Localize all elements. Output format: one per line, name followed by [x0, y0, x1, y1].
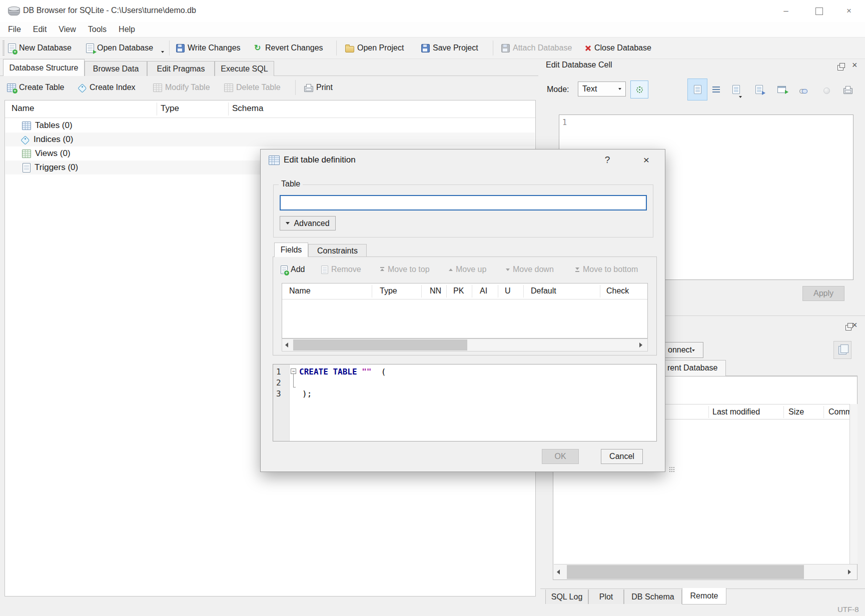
delete-table-button[interactable]: Delete Table	[224, 77, 281, 98]
column-separator[interactable]	[157, 102, 157, 116]
column-separator[interactable]	[421, 285, 422, 298]
auto-detect-format-button[interactable]	[630, 80, 648, 98]
tab-browse-data[interactable]: Browse Data	[85, 61, 147, 76]
remote-panel-close-icon[interactable]: ×	[852, 320, 857, 330]
column-check[interactable]: Check	[606, 286, 629, 296]
text-mode-button[interactable]	[687, 78, 707, 100]
advanced-toggle-button[interactable]: Advanced	[280, 216, 336, 230]
remove-field-button[interactable]: Remove	[321, 262, 361, 276]
create-table-button[interactable]: Create Table	[7, 77, 64, 98]
chevron-down-icon[interactable]	[739, 96, 742, 98]
minimize-button[interactable]: –	[773, 0, 799, 22]
column-separator[interactable]	[783, 406, 784, 418]
toolbar-drag-handle[interactable]	[3, 40, 5, 56]
tab-database-structure[interactable]: Database Structure	[3, 59, 85, 76]
tab-db-schema[interactable]: DB Schema	[624, 590, 682, 604]
column-u[interactable]: U	[505, 286, 511, 296]
tab-fields[interactable]: Fields	[274, 242, 308, 257]
copy-link-button[interactable]	[799, 86, 807, 95]
open-database-dropdown-icon[interactable]	[161, 51, 164, 53]
tab-execute-sql[interactable]: Execute SQL	[215, 61, 274, 76]
scroll-right-icon[interactable]	[639, 342, 642, 348]
column-separator[interactable]	[600, 285, 600, 298]
open-database-button[interactable]: Open Database	[86, 38, 164, 58]
column-commit[interactable]: Comm	[828, 408, 852, 416]
menu-file[interactable]: File	[2, 22, 27, 37]
attach-database-button[interactable]: Attach Database	[501, 38, 572, 58]
tree-item-indices[interactable]: Indices (0)	[6, 132, 535, 146]
ok-button[interactable]: OK	[542, 449, 579, 464]
apply-button[interactable]: Apply	[802, 286, 844, 301]
move-to-bottom-button[interactable]: Move to bottom	[575, 262, 638, 276]
dialog-help-button[interactable]: ?	[600, 152, 615, 168]
tab-remote[interactable]: Remote	[682, 588, 726, 604]
cancel-button[interactable]: Cancel	[601, 449, 643, 464]
column-nn[interactable]: NN	[430, 286, 441, 296]
blob-mode-button[interactable]	[823, 87, 830, 96]
column-separator[interactable]	[446, 285, 447, 298]
column-separator[interactable]	[708, 406, 709, 418]
import-data-button[interactable]	[732, 85, 740, 96]
fold-marker-icon[interactable]: −	[291, 368, 296, 374]
print-cell-button[interactable]	[843, 85, 852, 96]
fields-horizontal-scrollbar[interactable]	[282, 338, 648, 352]
export-data-button[interactable]	[755, 85, 763, 96]
scrollbar-thumb[interactable]	[567, 565, 804, 579]
status-encoding[interactable]: UTF-8	[837, 605, 859, 614]
menu-edit[interactable]: Edit	[27, 22, 53, 37]
tree-column-type[interactable]: Type	[161, 104, 179, 114]
dialog-close-button[interactable]: ×	[638, 152, 655, 168]
column-separator[interactable]	[372, 285, 372, 298]
float-panel-icon[interactable]	[837, 65, 843, 70]
tree-item-tables[interactable]: Tables (0)	[6, 118, 535, 132]
float-panel-icon[interactable]	[845, 325, 851, 330]
revert-changes-button[interactable]: Revert Changes	[254, 38, 323, 58]
column-size[interactable]: Size	[788, 408, 804, 416]
vertical-scrollbar[interactable]	[849, 404, 857, 564]
mode-select[interactable]: Text	[578, 82, 626, 96]
scroll-left-icon[interactable]	[557, 570, 560, 574]
column-separator[interactable]	[523, 285, 524, 298]
tree-column-schema[interactable]: Schema	[232, 104, 263, 114]
menu-help[interactable]: Help	[113, 22, 141, 37]
column-separator[interactable]	[823, 406, 824, 418]
column-name[interactable]: Name	[289, 286, 311, 296]
scrollbar-thumb[interactable]	[293, 340, 467, 350]
column-default[interactable]: Default	[531, 286, 556, 296]
write-changes-button[interactable]: Write Changes	[176, 38, 241, 58]
open-project-button[interactable]: Open Project	[345, 38, 404, 58]
tab-edit-pragmas[interactable]: Edit Pragmas	[147, 61, 215, 76]
close-database-button[interactable]: Close Database	[584, 38, 651, 58]
menu-tools[interactable]: Tools	[82, 22, 113, 37]
open-in-window-button[interactable]	[777, 86, 786, 95]
column-separator[interactable]	[472, 285, 472, 298]
move-down-button[interactable]: Move down	[506, 262, 554, 276]
dialog-resize-grip[interactable]	[669, 466, 675, 473]
tab-constraints[interactable]: Constraints	[308, 244, 367, 257]
scroll-left-icon[interactable]	[285, 342, 288, 348]
add-field-button[interactable]: Add	[281, 262, 305, 276]
menu-view[interactable]: View	[53, 22, 82, 37]
column-pk[interactable]: PK	[453, 286, 464, 296]
tree-column-name[interactable]: Name	[12, 104, 34, 114]
horizontal-scrollbar[interactable]	[554, 564, 857, 580]
maximize-button[interactable]	[806, 0, 832, 22]
new-database-button[interactable]: New Database	[8, 38, 72, 58]
table-name-input[interactable]	[280, 195, 647, 210]
clone-database-button[interactable]	[833, 341, 851, 359]
close-button[interactable]: ×	[836, 0, 862, 22]
print-button[interactable]: Print	[304, 77, 333, 98]
move-up-button[interactable]: Move up	[449, 262, 486, 276]
modify-table-button[interactable]: Modify Table	[153, 77, 210, 98]
word-wrap-button[interactable]	[712, 86, 720, 95]
save-project-button[interactable]: Save Project	[421, 38, 478, 58]
column-type[interactable]: Type	[380, 286, 397, 296]
tab-plot[interactable]: Plot	[588, 590, 624, 604]
scroll-right-icon[interactable]	[848, 570, 851, 574]
column-ai[interactable]: AI	[480, 286, 487, 296]
create-index-button[interactable]: Create Index	[78, 77, 136, 98]
column-last-modified[interactable]: Last modified	[712, 408, 760, 416]
tab-sql-log[interactable]: SQL Log	[545, 590, 588, 604]
move-to-top-button[interactable]: Move to top	[380, 262, 430, 276]
cell-editor-close-icon[interactable]: ×	[852, 60, 857, 70]
